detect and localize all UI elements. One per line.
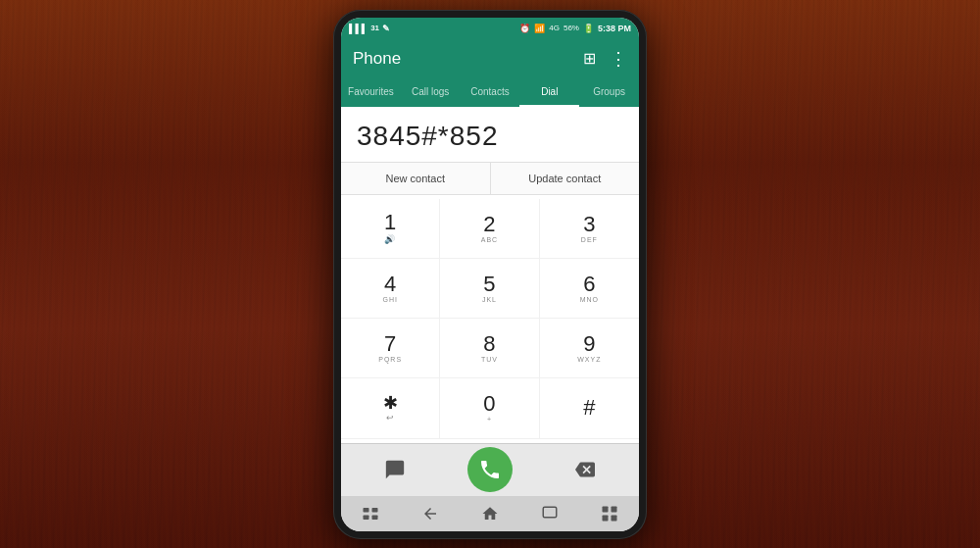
- key-7-main: 7: [384, 333, 396, 355]
- key-5-sub: JKL: [482, 296, 497, 303]
- key-star-main: ✱: [383, 394, 398, 412]
- signal-strength: ▌▌▌: [349, 24, 368, 33]
- tab-call-logs[interactable]: Call logs: [401, 78, 461, 107]
- key-3-main: 3: [583, 214, 595, 235]
- key-7-sub: PQRS: [378, 356, 402, 363]
- update-contact-button[interactable]: Update contact: [491, 163, 640, 194]
- key-1-sub: 🔊: [384, 234, 396, 244]
- svg-rect-5: [602, 506, 608, 512]
- nav-settings-button[interactable]: [594, 500, 625, 527]
- keypad: 1 🔊 2 ABC 3 DEF 4 GHI 5 JKL: [341, 195, 639, 443]
- key-2[interactable]: 2 ABC: [440, 199, 539, 259]
- key-3-sub: DEF: [581, 236, 598, 243]
- app-bar-icons: ⊞ ⋮: [583, 48, 627, 70]
- key-4[interactable]: 4 GHI: [341, 259, 440, 319]
- key-star-sub: ↩: [386, 413, 395, 423]
- key-4-main: 4: [384, 274, 396, 295]
- tab-groups[interactable]: Groups: [579, 78, 639, 107]
- svg-rect-0: [364, 508, 369, 513]
- battery-percent: 56%: [564, 24, 579, 32]
- time-display: 5:38 PM: [598, 24, 631, 33]
- key-0-sub: +: [487, 416, 492, 423]
- key-1[interactable]: 1 🔊: [341, 199, 440, 259]
- wifi-icon: 📶: [534, 24, 545, 33]
- nav-overview-button[interactable]: [534, 500, 565, 527]
- phone-device: ▌▌▌ 31 ✎ ⏰ 📶 4G 56% 🔋 5:38 PM Phone ⊞ ⋮: [333, 10, 647, 539]
- key-9-main: 9: [583, 333, 595, 355]
- key-hash[interactable]: #: [540, 378, 639, 438]
- key-6-main: 6: [583, 274, 595, 295]
- svg-rect-7: [602, 515, 608, 521]
- app-bar: Phone ⊞ ⋮: [341, 39, 639, 78]
- key-8[interactable]: 8 TUV: [440, 319, 539, 378]
- tab-favourites[interactable]: Favourites: [341, 78, 401, 107]
- key-9-sub: WXYZ: [577, 356, 601, 363]
- more-vert-icon[interactable]: ⋮: [610, 48, 627, 70]
- status-edit-icon: ✎: [382, 24, 390, 33]
- key-0[interactable]: 0 +: [440, 378, 539, 438]
- key-5-main: 5: [483, 274, 495, 295]
- key-2-main: 2: [483, 214, 495, 235]
- key-9[interactable]: 9 WXYZ: [540, 319, 639, 378]
- tab-dial[interactable]: Dial: [519, 78, 579, 107]
- key-5[interactable]: 5 JKL: [440, 259, 539, 319]
- svg-rect-2: [364, 515, 369, 520]
- key-3[interactable]: 3 DEF: [540, 199, 639, 259]
- key-hash-main: #: [583, 397, 595, 419]
- contact-actions: New contact Update contact: [341, 163, 639, 195]
- status-right: ⏰ 📶 4G 56% 🔋 5:38 PM: [519, 24, 631, 33]
- grid-icon[interactable]: ⊞: [583, 49, 596, 68]
- nav-bar: [341, 496, 639, 531]
- delete-button[interactable]: [565, 450, 605, 489]
- key-star[interactable]: ✱ ↩: [341, 378, 440, 438]
- new-contact-button[interactable]: New contact: [341, 163, 491, 194]
- status-bar: ▌▌▌ 31 ✎ ⏰ 📶 4G 56% 🔋 5:38 PM: [341, 18, 639, 39]
- nav-home-button[interactable]: [474, 500, 506, 527]
- key-2-sub: ABC: [481, 236, 498, 243]
- key-8-main: 8: [483, 333, 495, 355]
- nav-back-button[interactable]: [415, 500, 446, 527]
- svg-rect-3: [372, 515, 378, 520]
- svg-rect-4: [543, 507, 557, 518]
- network-type: 4G: [549, 24, 560, 32]
- nav-recent-apps[interactable]: [355, 500, 386, 527]
- number-display: 3845#*852: [341, 107, 639, 163]
- key-6-sub: MNO: [580, 296, 599, 303]
- alarm-icon: ⏰: [519, 24, 530, 33]
- battery-icon: 🔋: [583, 24, 594, 33]
- app-title: Phone: [353, 49, 401, 69]
- dial-screen: 3845#*852 New contact Update contact 1 🔊…: [341, 107, 639, 496]
- key-7[interactable]: 7 PQRS: [341, 319, 440, 378]
- key-4-sub: GHI: [382, 296, 397, 303]
- key-1-main: 1: [384, 212, 396, 233]
- svg-rect-6: [611, 506, 616, 512]
- key-0-main: 0: [483, 393, 495, 415]
- key-8-sub: TUV: [481, 356, 498, 363]
- message-button[interactable]: [375, 450, 415, 489]
- phone-screen: ▌▌▌ 31 ✎ ⏰ 📶 4G 56% 🔋 5:38 PM Phone ⊞ ⋮: [341, 18, 639, 531]
- tab-bar: Favourites Call logs Contacts Dial Group…: [341, 78, 639, 107]
- svg-rect-8: [611, 515, 616, 521]
- tab-contacts[interactable]: Contacts: [461, 78, 520, 107]
- bottom-actions: [341, 443, 639, 496]
- status-left: ▌▌▌ 31 ✎: [349, 24, 390, 33]
- key-6[interactable]: 6 MNO: [540, 259, 639, 319]
- signal-number: 31: [370, 24, 379, 32]
- svg-rect-1: [372, 508, 378, 513]
- call-button[interactable]: [467, 447, 513, 492]
